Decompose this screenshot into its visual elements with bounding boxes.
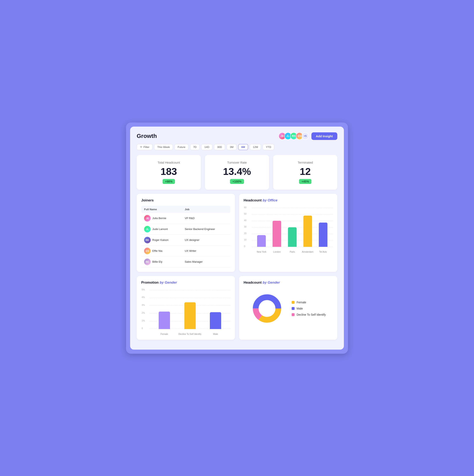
legend-male-dot: [292, 307, 295, 310]
filter-button[interactable]: Filter: [137, 144, 152, 150]
bar-paris-rect: [288, 227, 297, 247]
joiner-avatar-5: BE: [144, 258, 151, 265]
header: Growth JB JL RK EN +5 Add Insight: [137, 132, 337, 140]
joiners-title: Joiners: [141, 198, 230, 203]
table-row: JB Julia Bernie VP R&D: [141, 213, 230, 224]
headcount-office-panel: Headcount by Office 60 50 40 30 20 10 0: [239, 194, 337, 272]
x-labels: New York London Paris Amsterdam Tel Aviv: [252, 251, 333, 253]
filter-label: Filter: [143, 146, 150, 149]
bar-london-rect: [272, 221, 281, 247]
filter-bar: Filter This Week Future 7D 14D 30D 3M 6M…: [137, 144, 337, 150]
stats-row: Total Headcount 183 +98% Turnover Rate 1…: [137, 155, 337, 190]
period-this-week[interactable]: This Week: [154, 144, 173, 150]
joiners-table: Full Name Job JB Julia Bernie: [141, 206, 230, 267]
legend-decline-dot: [292, 313, 295, 316]
header-right: JB JL RK EN +5 Add Insight: [279, 132, 338, 140]
promo-bar-female-rect: [159, 312, 170, 329]
table-row: JL Jude Lamont Senior Backend Engineer: [141, 224, 230, 235]
period-7d[interactable]: 7D: [190, 144, 200, 150]
promo-bar-decline: [177, 302, 203, 329]
headcount-gender-panel: Headcount by Gender: [239, 276, 337, 340]
stat-terminated-value: 12: [278, 167, 332, 177]
headcount-office-title: Headcount by Office: [244, 198, 333, 203]
x-label-paris: Paris: [285, 251, 300, 253]
promotion-gender-panel: Promotion by Gender 5% 4% 3% 2% 1% 0: [137, 276, 235, 340]
outer-container: Growth JB JL RK EN +5 Add Insight Filter: [126, 122, 348, 354]
bar-newyork-rect: [257, 235, 266, 247]
joiner-avatar-1: JB: [144, 215, 151, 221]
promo-x-male: Male: [203, 333, 228, 335]
bar-amsterdam-rect: [303, 216, 312, 247]
promo-bar-male: [203, 312, 228, 329]
period-14d[interactable]: 14D: [201, 144, 212, 150]
promo-bar-decline-rect: [184, 302, 196, 329]
office-chart-area: 60 50 40 30 20 10 0: [244, 206, 333, 253]
promotion-gender-subtitle: by Gender: [160, 281, 177, 285]
joiner-job-2: Senior Backend Engineer: [182, 224, 230, 235]
joiner-name-3: Roger Kaison: [152, 238, 169, 241]
period-3m[interactable]: 3M: [227, 144, 237, 150]
gender-legend: Female Male Decline To Self Identify: [292, 301, 326, 316]
joiner-name-1: Julia Bernie: [152, 217, 166, 220]
bar-paris: [285, 227, 300, 247]
legend-decline: Decline To Self Identify: [292, 313, 326, 316]
joiner-name-cell: RK Roger Kaison: [141, 235, 182, 245]
joiner-avatar-4: EN: [144, 248, 151, 254]
joiner-job-1: VP R&D: [182, 213, 230, 224]
filter-icon: [140, 146, 142, 148]
joiner-avatar-2: JL: [144, 226, 151, 232]
joiner-job-4: UX Writer: [182, 245, 230, 256]
bar-london: [269, 221, 285, 247]
panels-row-2: Promotion by Gender 5% 4% 3% 2% 1% 0: [137, 276, 337, 340]
stat-turnover-value: 13.4%: [210, 167, 264, 177]
period-30d[interactable]: 30D: [214, 144, 225, 150]
panels-row-1: Joiners Full Name Job JB: [137, 194, 337, 272]
stat-headcount-value: 183: [142, 167, 196, 177]
headcount-gender-title: Headcount by Gender: [244, 281, 333, 285]
joiner-name-4: Effie Nia: [152, 249, 162, 252]
stat-terminated-badge: +45%: [299, 179, 311, 184]
bar-newyork: [254, 235, 269, 247]
period-ytd[interactable]: YTD: [263, 144, 274, 150]
joiner-name-cell: JL Jude Lamont: [141, 224, 182, 235]
donut-center: [259, 301, 275, 316]
headcount-gender-subtitle: by Gender: [263, 281, 280, 285]
joiner-avatar-3: RK: [144, 237, 151, 243]
joiner-name-2: Jude Lamont: [152, 227, 168, 231]
promo-chart-area: 5% 4% 3% 2% 1% 0: [141, 288, 230, 335]
table-row: EN Effie Nia UX Writer: [141, 245, 230, 256]
promo-bars-container: [150, 290, 230, 329]
col-fullname: Full Name: [141, 206, 182, 213]
legend-female-label: Female: [297, 301, 306, 304]
promo-bar-male-rect: [210, 312, 221, 329]
bar-telaviv-rect: [319, 222, 327, 247]
table-row: BE Billie Ely Sales Manager: [141, 256, 230, 267]
joiner-name-cell: EN Effie Nia: [141, 245, 182, 256]
x-label-telaviv: Tel Aviv: [315, 251, 331, 253]
period-12m[interactable]: 12M: [250, 144, 261, 150]
joiner-name-cell: JB Julia Bernie: [141, 213, 182, 224]
x-label-amsterdam: Amsterdam: [300, 251, 315, 253]
joiner-name-5: Billie Ely: [152, 260, 162, 263]
promo-bar-female: [152, 312, 177, 329]
legend-decline-label: Decline To Self Identify: [297, 313, 326, 316]
donut-area: Female Male Decline To Self Identify: [244, 288, 333, 329]
joiner-job-5: Sales Manager: [182, 256, 230, 267]
stat-turnover-rate: Turnover Rate 13.4% +100%: [205, 155, 269, 190]
stat-terminated-label: Terminated: [278, 161, 332, 164]
x-label-newyork: New York: [254, 251, 269, 253]
legend-male: Male: [292, 307, 326, 310]
page-title: Growth: [137, 133, 157, 139]
stat-headcount-label: Total Headcount: [142, 161, 196, 164]
add-insight-button[interactable]: Add Insight: [311, 132, 338, 140]
joiner-job-3: UX designer: [182, 235, 230, 245]
promo-x-female: Female: [152, 333, 177, 335]
joiner-name-cell: BE Billie Ely: [141, 256, 182, 267]
period-6m[interactable]: 6M: [238, 144, 248, 150]
promo-x-labels: Female Decline To Self Identify Male: [150, 333, 230, 335]
bar-telaviv: [315, 222, 331, 247]
period-future[interactable]: Future: [174, 144, 188, 150]
inner-container: Growth JB JL RK EN +5 Add Insight Filter: [130, 127, 344, 350]
legend-female-dot: [292, 301, 295, 304]
bars-container: [252, 208, 333, 247]
